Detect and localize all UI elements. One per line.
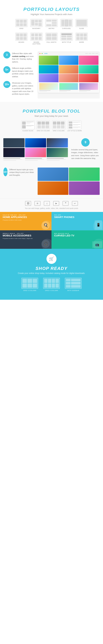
list-row	[69, 124, 80, 126]
audio-icon: ♫	[44, 201, 50, 206]
list-img	[69, 124, 72, 126]
layout-item-masonry[interactable]: MASONRY	[30, 19, 43, 29]
blog-thumb-row	[22, 125, 34, 128]
layout-item-carousel[interactable]: CAROUSEL	[60, 19, 73, 29]
sc	[27, 284, 32, 288]
layout-item-slide[interactable]: SLIDE	[75, 19, 88, 29]
layout-label-boxed: BOXED	[18, 42, 24, 43]
cell	[35, 20, 38, 22]
shop-layout-grid4[interactable]: GRID 4 COLUMN	[43, 278, 60, 291]
shop-desc-3: Propulae de tellis et virile coram bliqu…	[3, 238, 49, 240]
blog-post-img-2	[69, 168, 100, 181]
cell	[61, 20, 65, 26]
post-icon-video: ▶	[53, 201, 59, 206]
layout-item-more[interactable]: MORE	[75, 33, 88, 45]
shop-label-lg-1: HOME APPLIANCES	[3, 216, 49, 219]
blog-layout-classic[interactable]: CLASSIC BLOG	[21, 120, 35, 132]
list-img	[69, 122, 72, 124]
sc	[71, 282, 81, 284]
cell	[46, 20, 51, 22]
collage-row-1	[39, 56, 99, 65]
layout-item-boxed[interactable]: BOXED	[15, 33, 28, 45]
shop-desc-1: Propulae de tellis et virile coram	[3, 219, 49, 221]
slide-thumb	[76, 19, 88, 27]
cell	[67, 35, 72, 37]
cell	[69, 20, 72, 26]
cell	[46, 24, 51, 26]
thumb-cell	[61, 122, 64, 125]
product-icon-3: 🎧	[41, 240, 50, 248]
blog-layout-grid: CLASSIC BLOG GRID 3/4 COLUMN	[3, 120, 100, 132]
mock-logo: AVEN	[44, 53, 47, 54]
shop-banner-row-1: SALE OF THE DAY 25% OFF HOME APPLIANCES …	[0, 212, 103, 230]
shop-label-lg-3: MOBILE ACCESSORIES	[3, 234, 49, 237]
portfolio-subtitle: Highlight Your Awesome Projects with Ave…	[3, 13, 100, 16]
shop-cell-phones[interactable]: 50% OFF SMART PHONES 📱	[51, 212, 103, 230]
blog-label-grid3: GRID 3 COLUMN	[53, 130, 65, 132]
cell	[31, 20, 34, 26]
cell	[31, 34, 34, 36]
blog-post-img-1	[38, 168, 68, 181]
cell	[23, 23, 27, 26]
cell	[76, 37, 80, 40]
shop-cell-accessories[interactable]: WEEKLY DEALS 15% OFF MOBILE ACCESSORIES …	[0, 230, 51, 249]
shop-label-sidebar: WITH SIDEBAR	[67, 290, 79, 291]
feature-badge-3: 3	[3, 52, 10, 58]
thumb-cell	[53, 125, 56, 128]
list-text	[73, 124, 80, 126]
sc	[52, 284, 55, 288]
layout-item-boxed-gutter[interactable]: BOXED (GUTTER)	[30, 33, 43, 45]
layout-item-grid[interactable]: GRID	[15, 19, 28, 29]
thumb-cell	[61, 125, 64, 128]
blog-layout-list[interactable]: LIST STYLE & MORE	[67, 120, 82, 132]
blog-feature-text: Includes several blog post types, images…	[71, 148, 100, 160]
layout-label-with-title: WITH TITLE	[62, 42, 71, 43]
thumb-cell	[37, 125, 41, 128]
product-card	[39, 82, 59, 92]
feature-text-1: Different filter styles with custom sort…	[12, 52, 34, 63]
layout-item-with-title[interactable]: WITH TITLE	[60, 33, 73, 45]
cell	[76, 34, 80, 36]
blog-layout-grid3[interactable]: GRID 3 COLUMN	[52, 120, 65, 132]
cell	[35, 34, 38, 36]
metro-thumb	[45, 19, 58, 27]
post-icon-standard: ↩	[72, 201, 78, 206]
full-width-thumb	[45, 33, 58, 41]
video-icon: ▶	[53, 201, 59, 206]
masonry-thumb	[30, 19, 42, 27]
blog-thumb-row	[22, 122, 34, 125]
shop-layout-sidebar[interactable]: WITH SIDEBAR	[65, 278, 82, 291]
blog-post-grid	[38, 168, 100, 195]
blog-title: POWERFUL BLOG TOOL	[3, 108, 100, 114]
blog-features-bottom: 10+ Different layout style giv eyou uniq…	[0, 164, 103, 198]
collage-green	[79, 65, 99, 74]
col-row-1	[3, 138, 68, 148]
blog-post-img-4	[69, 182, 100, 195]
layout-item-full-width[interactable]: FULL WIDTH	[45, 33, 58, 45]
layout-label-carousel: CAROUSEL	[62, 28, 71, 29]
list-text	[73, 126, 80, 128]
dot-yellow	[41, 53, 41, 54]
cell	[80, 37, 83, 40]
blog-preview-images	[3, 138, 68, 161]
layout-item-metro[interactable]: METRO	[45, 19, 58, 29]
cell	[52, 22, 57, 24]
sc	[44, 279, 47, 283]
thumb-img	[22, 125, 26, 128]
post-icon-link: ❝	[63, 201, 69, 206]
shop-layout-grid3[interactable]: GRID 3 COLUMN	[21, 278, 38, 291]
feature-text-3: Showcase your Images, gallery, audios an…	[12, 81, 34, 96]
cell	[52, 37, 57, 40]
blog-thumb-grid34	[37, 120, 50, 129]
shop-cell-tv[interactable]: MID SEASON SALE CURVED LED TV 📺	[51, 230, 103, 249]
product-icon-4: 📺	[92, 241, 102, 248]
sc	[33, 279, 37, 283]
shop-cell-appliances[interactable]: SALE OF THE DAY 25% OFF HOME APPLIANCES …	[0, 212, 51, 230]
bcell-ocean	[25, 138, 46, 148]
layout-label-grid: GRID	[19, 28, 24, 29]
shop-label-g3: GRID 3 COLUMN	[23, 290, 36, 291]
blog-layout-grid34[interactable]: GRID 3/4 COLUMN	[37, 120, 50, 132]
blog-post-text	[25, 158, 46, 161]
feature-text-2: Different single portfolio layout design…	[12, 66, 34, 78]
cell	[65, 20, 68, 26]
